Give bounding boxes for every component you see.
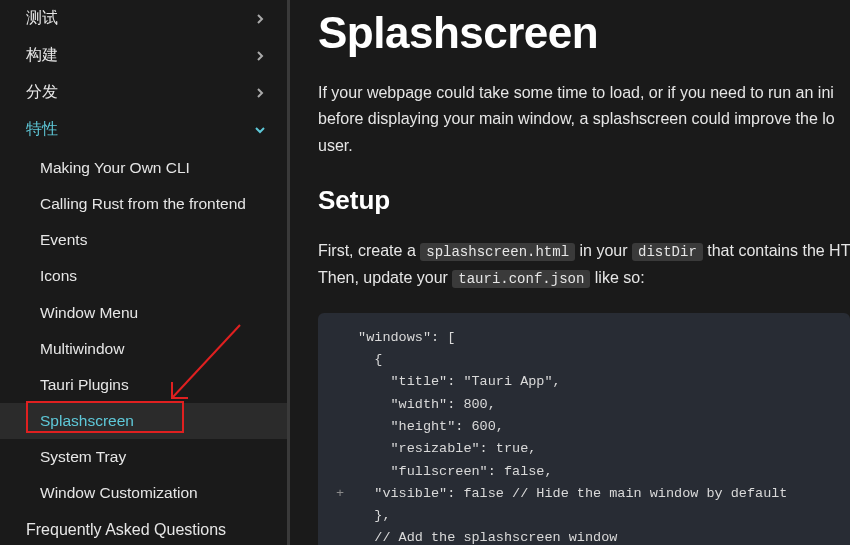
inline-code: tauri.conf.json <box>452 270 590 288</box>
intro-paragraph: If your webpage could take some time to … <box>318 80 850 159</box>
chevron-right-icon <box>253 12 267 26</box>
setup-text: Then, update your <box>318 269 452 286</box>
sidebar-item-calling-rust[interactable]: Calling Rust from the frontend <box>0 186 287 222</box>
sidebar-section-test[interactable]: 测试 <box>0 0 287 37</box>
sidebar-section-label: 特性 <box>26 119 58 140</box>
inline-code: distDir <box>632 243 703 261</box>
sidebar-item-icons[interactable]: Icons <box>0 258 287 294</box>
sidebar-item-window-menu[interactable]: Window Menu <box>0 295 287 331</box>
sidebar-section-build[interactable]: 构建 <box>0 37 287 74</box>
setup-text: like so: <box>590 269 644 286</box>
setup-heading: Setup <box>318 185 850 216</box>
sidebar: 测试 构建 分发 特性 Making Your Own CLI Calling … <box>0 0 290 545</box>
chevron-right-icon <box>253 49 267 63</box>
code-block: "windows": [ { "title": "Tauri App", "wi… <box>318 313 850 545</box>
sidebar-section-label: 分发 <box>26 82 58 103</box>
intro-line: before displaying your main window, a sp… <box>318 106 850 132</box>
main-content: Splashscreen If your webpage could take … <box>290 0 850 545</box>
sidebar-item-faq[interactable]: Frequently Asked Questions <box>0 513 287 545</box>
sidebar-item-splashscreen[interactable]: Splashscreen <box>0 403 287 439</box>
intro-line: If your webpage could take some time to … <box>318 80 850 106</box>
intro-line: user. <box>318 133 850 159</box>
sidebar-section-features[interactable]: 特性 <box>0 111 287 148</box>
setup-text: that contains the HTM <box>703 242 850 259</box>
page-title: Splashscreen <box>318 8 850 58</box>
setup-text: in your <box>575 242 632 259</box>
setup-text: First, create a <box>318 242 420 259</box>
chevron-right-icon <box>253 86 267 100</box>
sidebar-item-making-your-own-cli[interactable]: Making Your Own CLI <box>0 150 287 186</box>
setup-paragraph: First, create a splashscreen.html in you… <box>318 238 850 291</box>
sidebar-item-tauri-plugins[interactable]: Tauri Plugins <box>0 367 287 403</box>
inline-code: splashscreen.html <box>420 243 575 261</box>
chevron-down-icon <box>253 123 267 137</box>
sidebar-subitems: Making Your Own CLI Calling Rust from th… <box>0 148 287 513</box>
sidebar-item-multiwindow[interactable]: Multiwindow <box>0 331 287 367</box>
sidebar-item-events[interactable]: Events <box>0 222 287 258</box>
sidebar-section-label: 测试 <box>26 8 58 29</box>
sidebar-item-system-tray[interactable]: System Tray <box>0 439 287 475</box>
sidebar-section-label: 构建 <box>26 45 58 66</box>
sidebar-item-window-customization[interactable]: Window Customization <box>0 475 287 511</box>
sidebar-section-distribute[interactable]: 分发 <box>0 74 287 111</box>
